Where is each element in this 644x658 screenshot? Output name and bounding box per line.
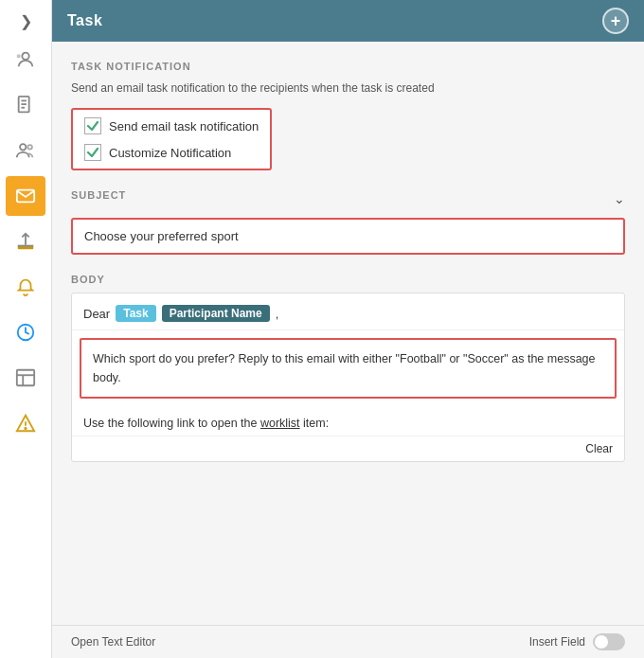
body-title: BODY	[71, 274, 625, 285]
checkbox-1-icon[interactable]	[84, 117, 101, 134]
body-text-content: Which sport do you prefer? Reply to this…	[93, 349, 603, 387]
body-editor: Dear Task Participant Name , Which sport…	[71, 293, 625, 462]
insert-field-wrap: Insert Field	[529, 633, 625, 650]
sidebar-item-email[interactable]	[6, 176, 45, 216]
body-text-box[interactable]: Which sport do you prefer? Reply to this…	[80, 338, 617, 399]
svg-point-6	[20, 144, 26, 150]
svg-point-7	[27, 145, 32, 150]
insert-field-toggle[interactable]	[593, 633, 625, 650]
task-notification-title: TASK NOTIFICATION	[71, 61, 625, 72]
toggle-knob	[595, 635, 608, 649]
checkbox-1-label: Send email task notification	[109, 119, 259, 133]
clear-button[interactable]: Clear	[585, 442, 613, 455]
svg-rect-11	[17, 370, 34, 386]
dear-text: Dear	[83, 307, 110, 321]
worklist-link[interactable]: worklist	[260, 417, 300, 430]
sidebar: ❯	[0, 0, 52, 658]
sidebar-item-users[interactable]	[6, 131, 45, 170]
sidebar-toggle[interactable]: ❯	[12, 8, 39, 34]
notification-box: Send email task notification Customize N…	[71, 108, 272, 170]
subject-section: SUBJECT ⌄	[71, 189, 625, 255]
tag-participant[interactable]: Participant Name	[162, 305, 270, 322]
sidebar-item-bell[interactable]	[6, 267, 45, 307]
header: Task +	[52, 0, 644, 42]
sidebar-item-document[interactable]	[6, 85, 45, 125]
svg-point-15	[25, 428, 26, 429]
checkbox-2-icon[interactable]	[84, 144, 101, 161]
body-section: BODY Dear Task Participant Name , Which …	[71, 274, 625, 462]
sidebar-item-clock[interactable]	[6, 312, 45, 352]
chevron-down-icon[interactable]: ⌄	[614, 191, 625, 206]
tag-task[interactable]: Task	[116, 305, 155, 322]
subject-input[interactable]	[73, 220, 623, 253]
sidebar-item-upload[interactable]	[6, 222, 45, 261]
bottom-bar: Open Text Editor Insert Field	[52, 625, 644, 658]
sidebar-item-contacts[interactable]	[6, 40, 45, 80]
body-footer: Clear	[72, 436, 624, 461]
svg-point-0	[22, 53, 28, 60]
insert-field-label: Insert Field	[529, 635, 585, 649]
subject-title: SUBJECT	[71, 189, 126, 201]
main-content: Task + TASK NOTIFICATION Send an email t…	[52, 0, 644, 658]
subject-header: SUBJECT ⌄	[71, 189, 625, 208]
subject-input-wrap	[71, 218, 625, 255]
header-add-button[interactable]: +	[602, 8, 629, 34]
content-area: TASK NOTIFICATION Send an email task not…	[52, 42, 644, 625]
body-dear-row: Dear Task Participant Name ,	[72, 293, 624, 330]
checkbox-row-2[interactable]: Customize Notification	[84, 144, 259, 161]
body-link-suffix: item:	[300, 417, 330, 430]
checkbox-row-1[interactable]: Send email task notification	[84, 117, 259, 134]
task-notification-desc: Send an email task notification to the r…	[71, 80, 625, 97]
body-link-wrap: Use the following link to open the workl…	[72, 406, 624, 436]
comma-text: ,	[276, 307, 279, 321]
sidebar-item-table[interactable]	[6, 358, 45, 398]
svg-rect-1	[17, 55, 21, 59]
sidebar-item-warning[interactable]	[6, 403, 45, 443]
header-title: Task	[67, 12, 102, 29]
checkbox-2-label: Customize Notification	[109, 146, 231, 160]
body-link-prefix: Use the following link to open the	[83, 417, 260, 430]
task-notification-section: TASK NOTIFICATION Send an email task not…	[71, 61, 625, 189]
open-text-editor-label[interactable]: Open Text Editor	[71, 635, 155, 649]
